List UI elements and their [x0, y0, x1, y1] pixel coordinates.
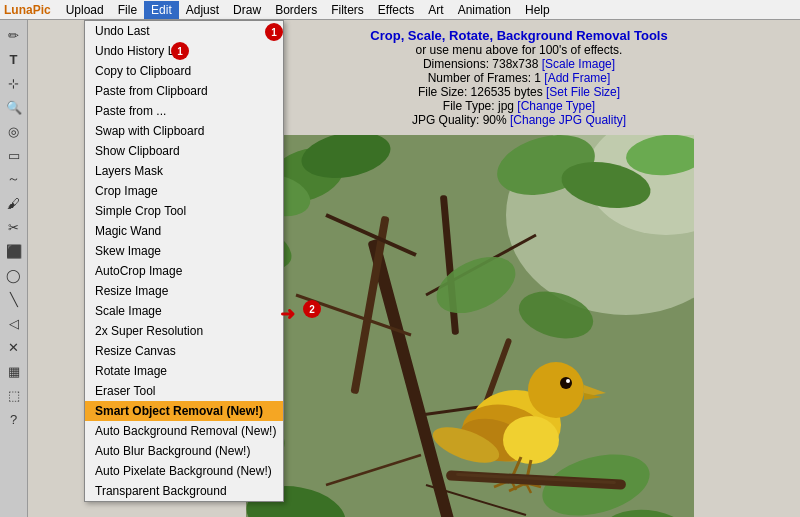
menu-magic-wand[interactable]: Magic Wand: [85, 221, 283, 241]
menu-help[interactable]: Help: [518, 1, 557, 19]
tool-move[interactable]: ⊹: [3, 72, 25, 94]
svg-point-28: [566, 379, 570, 383]
left-toolbar: ✏ T ⊹ 🔍 ◎ ▭ ～ 🖌 ✂ ⬛ ◯ ╲ ◁ ✕ ▦ ⬚ ?: [0, 20, 28, 517]
svg-point-34: [503, 416, 559, 464]
tool-rectangle[interactable]: ▭: [3, 144, 25, 166]
change-type-link[interactable]: [Change Type]: [517, 99, 595, 113]
tool-help[interactable]: ?: [3, 408, 25, 430]
tool-pencil[interactable]: ✏: [3, 24, 25, 46]
main-layout: ✏ T ⊹ 🔍 ◎ ▭ ～ 🖌 ✂ ⬛ ◯ ╲ ◁ ✕ ▦ ⬚ ? Undo L…: [0, 20, 800, 517]
menu-copy-clipboard[interactable]: Copy to Clipboard: [85, 61, 283, 81]
menu-smart-object-removal[interactable]: Smart Object Removal (New!): [85, 401, 283, 421]
right-panel: Crop, Scale, Rotate, Background Removal …: [238, 20, 800, 517]
info-frames: Number of Frames: 1 [Add Frame]: [246, 71, 792, 85]
menu-auto-blur-bg[interactable]: Auto Blur Background (New!): [85, 441, 283, 461]
menu-skew-image[interactable]: Skew Image: [85, 241, 283, 261]
menu-simple-crop[interactable]: Simple Crop Tool: [85, 201, 283, 221]
tool-fill[interactable]: ⬛: [3, 240, 25, 262]
tool-x[interactable]: ✕: [3, 336, 25, 358]
menu-crop-image[interactable]: Crop Image: [85, 181, 283, 201]
tool-zoom[interactable]: 🔍: [3, 96, 25, 118]
tool-line[interactable]: ╲: [3, 288, 25, 310]
svg-point-27: [560, 377, 572, 389]
tool-circle[interactable]: ◎: [3, 120, 25, 142]
tool-cut[interactable]: ✂: [3, 216, 25, 238]
menu-rotate-image[interactable]: Rotate Image: [85, 361, 283, 381]
menu-eraser-tool[interactable]: Eraser Tool: [85, 381, 283, 401]
menu-undo-history[interactable]: Undo History List: [85, 41, 283, 61]
tool-text[interactable]: T: [3, 48, 25, 70]
bird-image: [246, 135, 694, 517]
menu-paste-from[interactable]: Paste from ...: [85, 101, 283, 121]
menu-draw[interactable]: Draw: [226, 1, 268, 19]
tool-grid[interactable]: ▦: [3, 360, 25, 382]
menu-auto-bg-removal[interactable]: Auto Background Removal (New!): [85, 421, 283, 441]
set-file-size-link[interactable]: [Set File Size]: [546, 85, 620, 99]
menu-art[interactable]: Art: [421, 1, 450, 19]
tool-oval[interactable]: ◯: [3, 264, 25, 286]
info-title[interactable]: Crop, Scale, Rotate, Background Removal …: [370, 28, 667, 43]
content-area: Undo Last 1 Undo History List Copy to Cl…: [28, 20, 800, 517]
menu-adjust[interactable]: Adjust: [179, 1, 226, 19]
menu-undo-last[interactable]: Undo Last 1: [85, 21, 283, 41]
menu-upload[interactable]: Upload: [59, 1, 111, 19]
tool-curve[interactable]: ～: [3, 168, 25, 190]
tool-brush[interactable]: 🖌: [3, 192, 25, 214]
add-frame-link[interactable]: [Add Frame]: [544, 71, 610, 85]
tool-select[interactable]: ⬚: [3, 384, 25, 406]
tool-arrow[interactable]: ◁: [3, 312, 25, 334]
annotation-1: 1: [265, 23, 283, 41]
menu-edit[interactable]: Edit: [144, 1, 179, 19]
info-quality: JPG Quality: 90% [Change JPG Quality]: [246, 113, 792, 127]
menu-scale-image[interactable]: Scale Image: [85, 301, 283, 321]
menu-super-resolution[interactable]: 2x Super Resolution: [85, 321, 283, 341]
menu-show-clipboard[interactable]: Show Clipboard: [85, 141, 283, 161]
info-section: Crop, Scale, Rotate, Background Removal …: [246, 28, 792, 127]
menu-layers-mask[interactable]: Layers Mask: [85, 161, 283, 181]
app-logo: LunaPic: [4, 3, 51, 17]
info-filetype: File Type: jpg [Change Type]: [246, 99, 792, 113]
menu-paste-clipboard[interactable]: Paste from Clipboard: [85, 81, 283, 101]
change-quality-link[interactable]: [Change JPG Quality]: [510, 113, 626, 127]
bird-illustration: [246, 135, 694, 517]
scale-image-link[interactable]: [Scale Image]: [542, 57, 615, 71]
menu-resize-image[interactable]: Resize Image: [85, 281, 283, 301]
edit-dropdown-menu: Undo Last 1 Undo History List Copy to Cl…: [84, 20, 284, 502]
menu-auto-pixelate-bg[interactable]: Auto Pixelate Background (New!): [85, 461, 283, 481]
svg-point-26: [528, 362, 584, 418]
menu-resize-canvas[interactable]: Resize Canvas: [85, 341, 283, 361]
image-container: [246, 135, 792, 517]
menu-transparent-bg[interactable]: Transparent Background: [85, 481, 283, 501]
menu-autocrop[interactable]: AutoCrop Image: [85, 261, 283, 281]
info-subtitle: or use menu above for 100's of effects.: [246, 43, 792, 57]
menu-filters[interactable]: Filters: [324, 1, 371, 19]
menu-swap-clipboard[interactable]: Swap with Clipboard: [85, 121, 283, 141]
menu-animation[interactable]: Animation: [451, 1, 518, 19]
info-filesize: File Size: 126535 bytes [Set File Size]: [246, 85, 792, 99]
menu-borders[interactable]: Borders: [268, 1, 324, 19]
menu-effects[interactable]: Effects: [371, 1, 421, 19]
menu-file[interactable]: File: [111, 1, 144, 19]
info-dimensions: Dimensions: 738x738 [Scale Image]: [246, 57, 792, 71]
menu-bar: LunaPic Upload File Edit Adjust Draw Bor…: [0, 0, 800, 20]
